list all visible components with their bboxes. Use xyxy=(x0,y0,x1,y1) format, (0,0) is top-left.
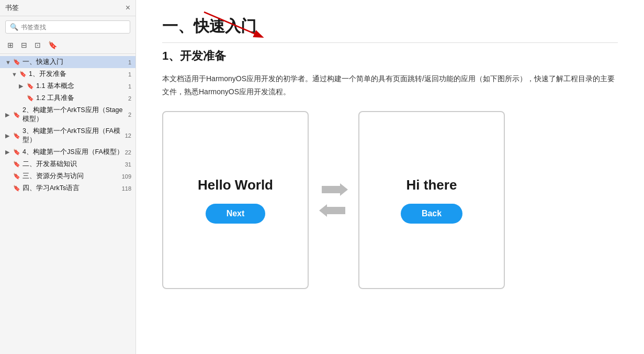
sidebar-item-page: 2 xyxy=(128,112,131,118)
sub-title: 1、开发准备 xyxy=(162,48,618,64)
sidebar-item-page: 109 xyxy=(122,173,131,180)
next-button[interactable]: Next xyxy=(206,204,266,224)
chevron-right-icon: ▶ xyxy=(5,112,12,118)
chevron-down-icon: ▼ xyxy=(12,71,18,78)
phone-frame-1: Hello World Next xyxy=(162,111,309,289)
sidebar-item-label: 三、资源分类与访问 xyxy=(22,172,122,181)
sidebar-item-js-fa[interactable]: ▶ 🔖 4、构建第一个JS应用（FA模型） 22 xyxy=(0,146,135,158)
bookmark-icon: 🔖 xyxy=(13,173,20,180)
sidebar-item-resources[interactable]: ▶ 🔖 三、资源分类与访问 109 xyxy=(0,170,135,182)
sidebar-item-label: 1.1 基本概念 xyxy=(36,82,128,91)
chevron-down-icon: ▼ xyxy=(5,59,12,65)
sidebar-header: 书签 × xyxy=(0,0,135,16)
sidebar-item-label: 1、开发准备 xyxy=(29,70,128,79)
sidebar-item-label: 一、快速入门 xyxy=(22,58,128,67)
chevron-right-icon: ▶ xyxy=(5,149,12,156)
description: 本文档适用于HarmonyOS应用开发的初学者。通过构建一个简单的具有页面跳转/… xyxy=(162,72,618,98)
toolbar-page-view[interactable]: ⊡ xyxy=(32,40,43,50)
sidebar-item-arkts-lang[interactable]: ▶ 🔖 四、学习ArkTs语言 118 xyxy=(0,182,135,194)
search-input[interactable] xyxy=(21,24,126,31)
arrow-right-icon xyxy=(319,182,348,197)
toolbar-collapse-all[interactable]: ⊟ xyxy=(19,40,29,50)
chevron-right-icon: ▶ xyxy=(5,132,12,139)
phone-frame-2: Hi there Back xyxy=(358,111,505,289)
navigation-arrows xyxy=(319,182,348,218)
bookmark-icon: 🔖 xyxy=(27,95,34,102)
sidebar-item-page: 1 xyxy=(128,71,131,78)
bookmark-icon: 🔖 xyxy=(13,59,20,65)
sidebar-item-label: 3、构建第一个ArkTS应用（FA模型） xyxy=(22,127,125,145)
arrow-left-icon xyxy=(319,203,348,218)
sidebar-item-label: 1.2 工具准备 xyxy=(36,94,128,103)
sidebar-item-arkts-stage[interactable]: ▶ 🔖 2、构建第一个ArkTS应用（Stage模型） 2 xyxy=(0,104,135,125)
bookmark-icon: 🔖 xyxy=(13,185,20,192)
sidebar: 书签 × 🔍 ⊞ ⊟ ⊡ 🔖 ▼ 🔖 一、快速入门 1 ▼ 🔖 1、开发准备 1… xyxy=(0,0,136,354)
bookmark-icon: 🔖 xyxy=(13,149,20,156)
sidebar-item-page: 22 xyxy=(125,149,131,156)
sidebar-item-tools-prep[interactable]: ▶ 🔖 1.2 工具准备 2 xyxy=(0,92,135,104)
toolbar-expand-all[interactable]: ⊞ xyxy=(5,40,16,50)
sidebar-item-basic-concepts[interactable]: ▶ 🔖 1.1 基本概念 1 xyxy=(0,80,135,92)
search-box: 🔍 xyxy=(5,20,130,34)
sidebar-item-dev-basics[interactable]: ▶ 🔖 二、开发基础知识 31 xyxy=(0,158,135,170)
main-content: 一、快速入门 1、开发准备 本文档适用于HarmonyOS应用开发的初学者。通过… xyxy=(136,0,644,354)
toolbar: ⊞ ⊟ ⊡ 🔖 xyxy=(0,38,135,54)
phone2-text: Hi there xyxy=(406,177,457,193)
bookmark-list: ▼ 🔖 一、快速入门 1 ▼ 🔖 1、开发准备 1 ▶ 🔖 1.1 基本概念 1… xyxy=(0,54,135,354)
sidebar-item-page: 1 xyxy=(128,83,131,90)
svg-marker-2 xyxy=(322,183,348,196)
sidebar-item-label: 四、学习ArkTs语言 xyxy=(22,184,122,193)
sidebar-item-page: 2 xyxy=(128,95,131,102)
red-arrow-annotation xyxy=(199,9,272,41)
bookmark-icon: 🔖 xyxy=(13,112,20,118)
sidebar-item-arkts-fa[interactable]: ▶ 🔖 3、构建第一个ArkTS应用（FA模型） 12 xyxy=(0,125,135,146)
demo-area: Hello World Next Hi there Back xyxy=(162,111,618,289)
phone1-text: Hello World xyxy=(198,177,273,193)
close-icon[interactable]: × xyxy=(126,3,130,13)
sidebar-item-quick-start[interactable]: ▼ 🔖 一、快速入门 1 xyxy=(0,56,135,68)
toolbar-bookmark[interactable]: 🔖 xyxy=(46,40,59,50)
bookmark-icon: 🔖 xyxy=(13,132,20,139)
svg-marker-3 xyxy=(319,204,345,217)
search-icon: 🔍 xyxy=(10,23,18,31)
chevron-right-icon: ▶ xyxy=(19,83,25,90)
sidebar-item-label: 二、开发基础知识 xyxy=(22,160,125,169)
bookmark-icon: 🔖 xyxy=(19,71,27,78)
svg-line-1 xyxy=(204,12,262,37)
sidebar-item-dev-prep[interactable]: ▼ 🔖 1、开发准备 1 xyxy=(0,68,135,80)
sidebar-item-page: 1 xyxy=(128,59,131,65)
sidebar-item-page: 118 xyxy=(122,185,131,192)
sidebar-title: 书签 xyxy=(5,3,19,13)
sidebar-item-page: 12 xyxy=(125,132,131,139)
bookmark-icon: 🔖 xyxy=(27,83,34,90)
bookmark-icon: 🔖 xyxy=(13,161,20,168)
sidebar-item-page: 31 xyxy=(125,161,131,168)
back-button[interactable]: Back xyxy=(401,204,462,224)
sidebar-item-label: 4、构建第一个JS应用（FA模型） xyxy=(22,148,125,157)
sidebar-item-label: 2、构建第一个ArkTS应用（Stage模型） xyxy=(22,106,128,124)
